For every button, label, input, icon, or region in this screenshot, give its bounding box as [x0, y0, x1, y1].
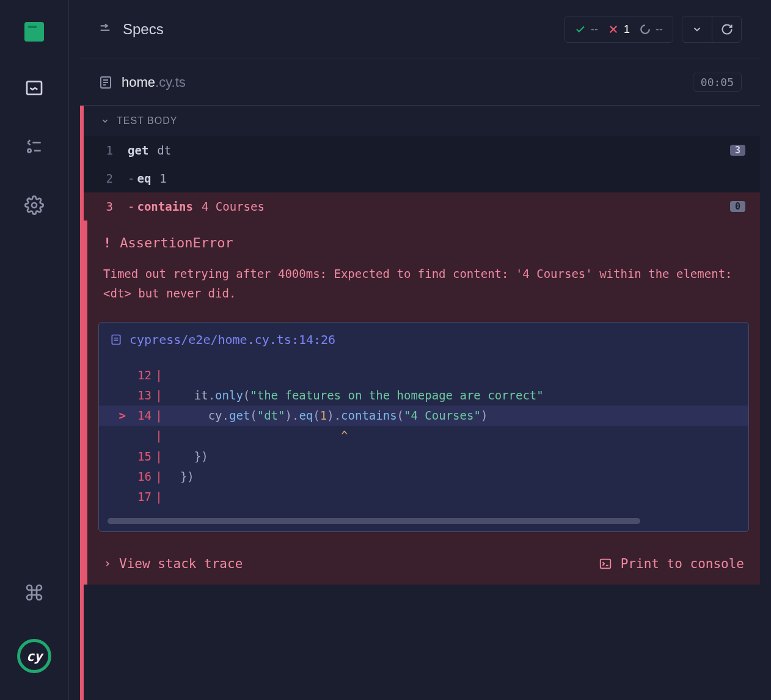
error-message: Timed out retrying after 4000ms: Expecte… [87, 258, 760, 318]
sidebar-settings-icon[interactable] [22, 193, 46, 217]
stat-passed: -- [575, 23, 598, 36]
sidebar-runs-icon[interactable] [22, 134, 46, 159]
code-line: 12| [99, 365, 748, 385]
command-badge: 3 [730, 145, 745, 156]
stat-failed: 1 [608, 23, 630, 36]
app-logo [24, 22, 44, 42]
command-number: 1 [84, 144, 128, 157]
code-frame: cypress/e2e/home.cy.ts:14:26 12|13| it.o… [98, 322, 749, 533]
test-body-label: TEST BODY [117, 115, 177, 126]
rerun-button[interactable] [712, 16, 741, 42]
error-icon: ! [103, 235, 111, 250]
test-stats: -- 1 -- [565, 16, 673, 43]
terminal-icon [599, 557, 612, 571]
svg-point-2 [27, 149, 31, 152]
code-line: >14| cy.get("dt").eq(1).contains("4 Cour… [99, 406, 748, 426]
stat-pending: -- [640, 23, 663, 36]
print-to-console-button[interactable]: Print to console [599, 556, 744, 571]
main: Specs -- 1 -- [69, 0, 771, 700]
horizontal-scrollbar[interactable] [108, 518, 640, 524]
sidebar-specs-icon[interactable] [22, 76, 46, 100]
sidebar: cy [0, 0, 69, 700]
file-icon [98, 75, 113, 90]
code-line: 16| }) [99, 467, 748, 487]
page-title: Specs [123, 21, 164, 38]
keyboard-shortcuts-icon[interactable] [22, 580, 46, 605]
code-lines: 12|13| it.only("the features on the home… [99, 357, 748, 512]
chevron-down-button[interactable] [682, 16, 712, 42]
code-line: 13| it.only("the features on the homepag… [99, 385, 748, 406]
spec-bar: home .cy.ts 00:05 [80, 59, 760, 106]
command-arg: 1 [159, 172, 166, 185]
code-line: 15| }) [99, 447, 748, 467]
command-row[interactable]: 2-eq1 [84, 164, 760, 192]
command-row[interactable]: 1getdt3 [84, 136, 760, 164]
command-number: 2 [84, 172, 128, 185]
command-log: TEST BODY 1getdt32-eq13-contains4 Course… [80, 106, 760, 700]
code-line: 17| [99, 487, 748, 507]
command-name: get [128, 144, 148, 157]
command-arg: 4 Courses [202, 200, 265, 213]
error-panel: ! AssertionError Timed out retrying afte… [84, 221, 760, 585]
spec-ext: .cy.ts [155, 75, 186, 90]
chevron-right-icon [103, 560, 112, 568]
code-frame-path-link[interactable]: cypress/e2e/home.cy.ts:14:26 [99, 323, 748, 357]
svg-point-4 [32, 203, 37, 208]
command-row[interactable]: 3-contains4 Courses0 [84, 192, 760, 221]
test-body-toggle[interactable]: TEST BODY [84, 106, 760, 136]
command-name: contains [137, 200, 193, 213]
header: Specs -- 1 -- [80, 0, 760, 59]
command-number: 3 [84, 200, 128, 213]
expand-icon[interactable] [98, 21, 112, 37]
command-badge: 0 [730, 201, 745, 212]
spec-name: home [122, 75, 155, 90]
command-list: 1getdt32-eq13-contains4 Courses0 [84, 136, 760, 221]
chevron-down-icon [101, 117, 109, 125]
code-line: | ^ [99, 426, 748, 446]
error-type: AssertionError [120, 235, 233, 250]
file-icon [110, 334, 122, 346]
view-stack-trace-button[interactable]: View stack trace [103, 556, 243, 571]
timer: 00:05 [693, 73, 742, 92]
command-name: eq [137, 172, 151, 185]
cypress-logo: cy [17, 639, 51, 673]
command-arg: dt [157, 144, 171, 157]
svg-rect-16 [600, 560, 610, 569]
